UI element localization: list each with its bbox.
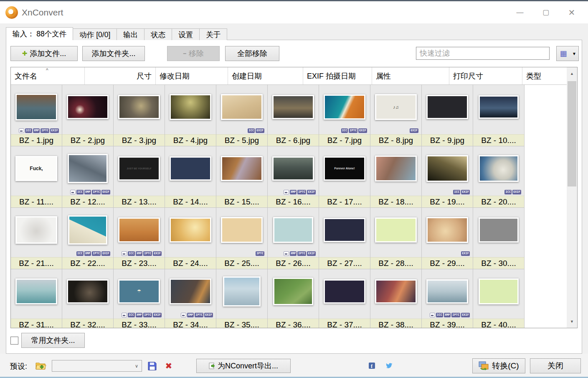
tab[interactable]: 输出 [117, 28, 144, 40]
tab[interactable]: 关于 [199, 28, 227, 40]
thumbnail-wrap [473, 85, 524, 127]
file-cell[interactable]: BZ - 32.... [62, 269, 114, 328]
file-cell[interactable]: BZ - 35.... [216, 269, 268, 328]
icc-badge: ICC [128, 313, 135, 317]
column-header[interactable]: 属性 [372, 67, 449, 84]
file-cell[interactable]: BZ - 27.... [319, 208, 370, 269]
file-cell[interactable]: BZ - 18.... [370, 146, 422, 208]
file-cell[interactable]: BZ - 30.... [473, 208, 525, 269]
file-cell[interactable]: BZ - 3.jpg [114, 85, 165, 146]
save-preset-button[interactable] [146, 360, 158, 372]
exif-badge: EXIF [153, 313, 162, 317]
add-folder-button[interactable]: 添加文件夹... [82, 46, 145, 61]
file-cell[interactable]: ICCEXIFBZ - 20.... [473, 146, 525, 208]
convert-button[interactable]: 转换(C) [472, 358, 525, 373]
remove-button[interactable]: − 移除 [167, 46, 220, 61]
file-cell[interactable]: BZ - 37.... [319, 269, 370, 328]
file-cell[interactable]: XMPIPTCEXIFBZ - 26.... [268, 208, 319, 269]
file-cell[interactable]: BZ - 40.... [473, 269, 525, 328]
thumbnail-image [68, 154, 108, 183]
minimize-button[interactable]: — [507, 3, 533, 22]
file-cell[interactable]: BZ - 21.... [11, 208, 62, 269]
file-cell[interactable]: Forever Alone!BZ - 17.... [319, 146, 370, 208]
column-header[interactable]: 类型 [522, 67, 567, 84]
file-cell[interactable]: Fuck,BZ - 11.... [11, 146, 62, 208]
file-cell[interactable]: ☂ICCXMPIPTCEXIFBZ - 33.... [114, 269, 165, 328]
view-mode-dropdown[interactable]: ▼ [570, 46, 579, 61]
file-cell[interactable]: ICCXMPIPTCEXIFBZ - 23.... [114, 208, 165, 269]
file-name: BZ - 25.... [216, 257, 267, 269]
thumbnail-wrap [268, 269, 319, 312]
file-cell[interactable]: BZ - 15.... [216, 146, 268, 208]
file-cell[interactable]: EXIFBZ - 29.... [422, 208, 473, 269]
iptc-badge: IPTC [92, 251, 101, 256]
column-header[interactable]: 修改日期 [156, 67, 228, 84]
file-cell[interactable]: BZ - 9.jpg [422, 85, 473, 146]
file-cell[interactable]: BZ - 24.... [165, 208, 216, 269]
thumbnail-image [221, 156, 263, 181]
file-cell[interactable]: BZ - 2.jpg [62, 85, 114, 146]
file-cell[interactable]: ICCXMPIPTCEXIFBZ - 22.... [62, 208, 114, 269]
tab[interactable]: 状态 [144, 28, 172, 40]
thumbnail-wrap [216, 85, 267, 127]
twitter-button[interactable] [385, 362, 393, 369]
file-cell[interactable]: JUST BE YOURSELFBZ - 13.... [114, 146, 165, 208]
comment-badge-icon [284, 251, 289, 256]
file-cell[interactable]: BZ - 6.jpg [268, 85, 319, 146]
close-window-button[interactable]: ✕ [559, 3, 585, 22]
file-cell[interactable]: IPTCBZ - 25.... [216, 208, 268, 269]
delete-preset-button[interactable]: ✖ [163, 360, 175, 372]
file-cell[interactable]: ICCXMPIPTCEXIFBZ - 1.jpg [11, 85, 62, 146]
file-cell[interactable]: ICCIPTCEXIFBZ - 7.jpg [319, 85, 370, 146]
file-cell[interactable]: ICCXMPIPTCEXIFBZ - 12.... [62, 146, 114, 208]
export-nconvert-label: 为NConvert导出... [218, 361, 278, 371]
file-cell[interactable]: XMPIPTCEXIFBZ - 34.... [165, 269, 216, 328]
exif-badge: EXIF [410, 128, 418, 133]
view-mode-button[interactable]: ▦ [556, 46, 570, 61]
close-button[interactable]: 关闭 [530, 358, 581, 373]
scroll-up-arrow[interactable]: ▲ [567, 67, 577, 80]
file-cell[interactable]: ICCEXIFBZ - 19.... [422, 146, 473, 208]
favorites-checkbox[interactable] [10, 337, 18, 345]
column-header[interactable]: 创建日期 [228, 67, 303, 84]
file-cell[interactable]: BZ - 38.... [370, 269, 422, 328]
quick-filter-input[interactable] [416, 47, 550, 60]
add-files-button[interactable]: ✚ 添加文件... [10, 46, 78, 61]
column-header[interactable]: 文件名^ [11, 67, 85, 84]
file-cell[interactable]: BZ - 14.... [165, 146, 216, 208]
exif-badge: EXIF [153, 251, 162, 256]
file-cell[interactable]: BZ - 28.... [370, 208, 422, 269]
file-cell[interactable]: XMPIPTCEXIFBZ - 16.... [268, 146, 319, 208]
file-cell[interactable]: ♪♫EXIFBZ - 8.jpg [370, 85, 422, 146]
metadata-badges [373, 189, 418, 196]
scroll-down-arrow[interactable]: ▼ [567, 315, 577, 328]
tab[interactable]: 输入： 88个文件 [6, 27, 73, 40]
file-name: BZ - 4.jpg [165, 134, 216, 146]
preset-select[interactable]: ∨ [52, 360, 142, 372]
thumbnail-wrap: ♪♫ [370, 85, 421, 127]
facebook-button[interactable]: f [368, 362, 375, 369]
column-header[interactable]: 尺寸 [85, 67, 156, 84]
column-header[interactable]: EXIF 拍摄日期 [303, 67, 372, 84]
file-cell[interactable]: ICCXMPIPTCEXIFBZ - 39.... [422, 269, 473, 328]
file-cell[interactable]: BZ - 31.... [11, 269, 62, 328]
xmp-badge: XMP [290, 190, 297, 194]
file-cell[interactable]: BZ - 36.... [268, 269, 319, 328]
open-preset-folder-button[interactable] [35, 360, 47, 372]
tab[interactable]: 动作 [0/0] [73, 28, 117, 40]
maximize-button[interactable]: ▢ [533, 3, 559, 22]
minus-icon: − [183, 50, 186, 57]
remove-all-button[interactable]: 全部移除 [225, 46, 279, 61]
file-cell[interactable]: BZ - 4.jpg [165, 85, 216, 146]
metadata-badges: EXIF [373, 127, 418, 134]
file-name: BZ - 16.... [268, 196, 319, 207]
file-cell[interactable]: ICCEXIFBZ - 5.jpg [216, 85, 268, 146]
file-cell[interactable]: BZ - 10.... [473, 85, 525, 146]
favorites-folder-button[interactable]: 常用文件夹... [21, 333, 85, 348]
metadata-badges: ICCEXIF [476, 189, 521, 196]
tab[interactable]: 设置 [172, 28, 200, 40]
column-header[interactable]: 打印尺寸 [449, 67, 522, 84]
export-nconvert-button[interactable]: 为NConvert导出... [196, 359, 291, 373]
thumbnail-image [118, 217, 160, 243]
scrollbar-thumb[interactable] [568, 81, 576, 186]
